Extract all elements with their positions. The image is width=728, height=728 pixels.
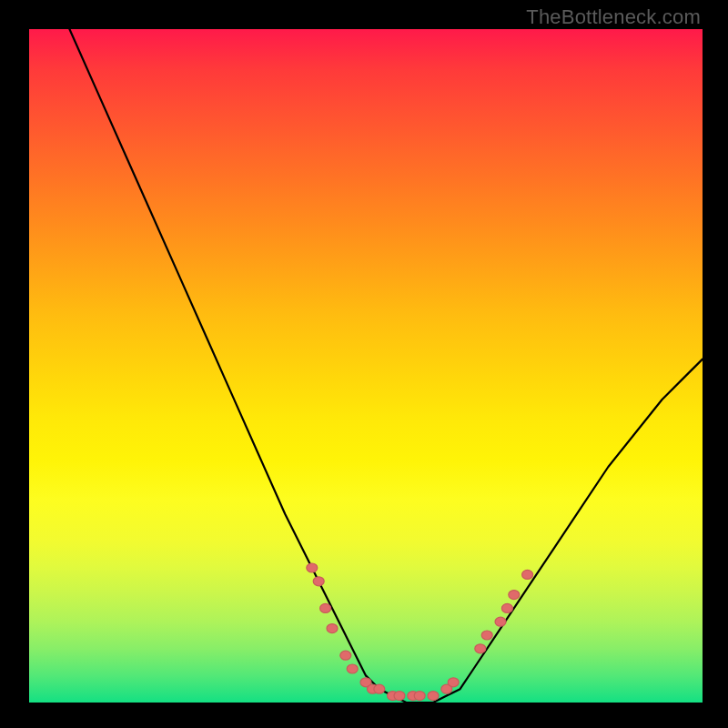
marker-point [428, 692, 439, 701]
marker-point [475, 644, 486, 653]
marker-point [414, 692, 425, 701]
plot-area [29, 29, 703, 703]
marker-point [340, 651, 351, 660]
marker-point [327, 624, 338, 633]
marker-point [522, 570, 533, 579]
watermark-text: TheBottleneck.com [526, 5, 701, 29]
marker-point [509, 591, 520, 600]
marker-point [481, 631, 492, 640]
bottleneck-curve [69, 29, 703, 703]
marker-point [307, 563, 318, 572]
marker-point [313, 577, 324, 586]
marker-point [374, 684, 385, 693]
chart-stage: TheBottleneck.com [0, 0, 728, 728]
curve-svg [29, 29, 703, 703]
marker-point [320, 603, 331, 612]
marker-point [495, 617, 506, 626]
marker-point [448, 678, 459, 687]
marker-point [347, 664, 358, 673]
marker-point [394, 692, 405, 701]
marker-point [501, 603, 512, 612]
